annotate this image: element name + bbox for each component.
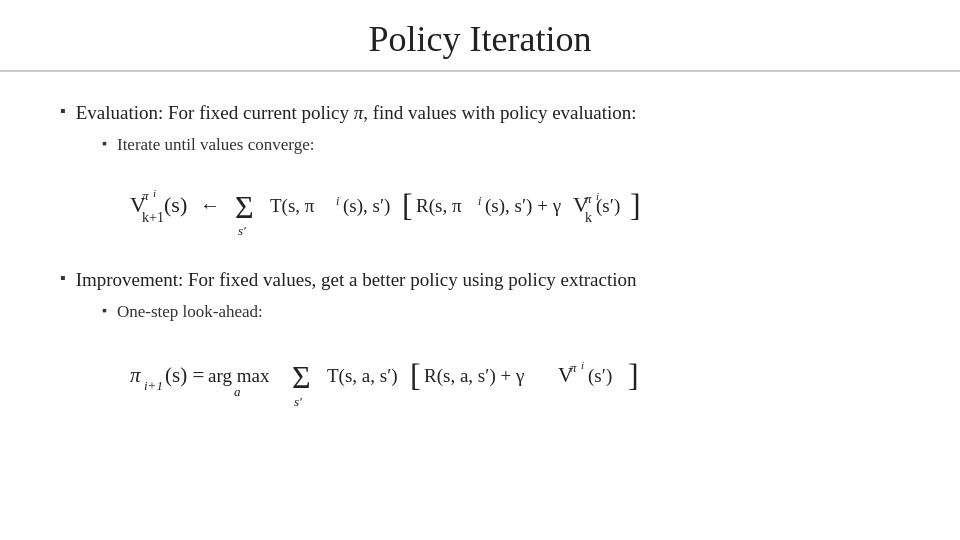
- improvement-bullet-icon: ▪: [60, 269, 66, 287]
- svg-text:(s), s′): (s), s′): [343, 195, 390, 217]
- slide-header: Policy Iteration: [0, 0, 960, 72]
- svg-text:T(s, π: T(s, π: [270, 195, 315, 217]
- svg-text:π: π: [130, 363, 141, 387]
- improvement-sub-bullet: ▪ One-step look-ahead:: [102, 300, 900, 324]
- svg-text:s′: s′: [294, 394, 302, 409]
- svg-text:i: i: [581, 359, 584, 371]
- improvement-formula: π i+1 (s) = arg max a Σ s′ T(s, a, s′) [: [120, 338, 900, 418]
- svg-text:T(s, a, s′): T(s, a, s′): [327, 365, 398, 387]
- svg-text:R(s, π: R(s, π: [416, 195, 462, 217]
- svg-text:a: a: [234, 384, 241, 399]
- svg-text:[: [: [402, 187, 413, 223]
- svg-text:i: i: [336, 194, 339, 208]
- svg-text:(s): (s): [164, 192, 187, 217]
- svg-text:π: π: [570, 360, 577, 375]
- evaluation-sub-bullet: ▪ Iterate until values converge:: [102, 133, 900, 157]
- svg-text:(s′): (s′): [596, 195, 620, 217]
- evaluation-formula: V k+1 π i (s) ← Σ s′ T(s, π i: [120, 170, 900, 245]
- evaluation-main-bullet: ▪ Evaluation: For fixed current policy π…: [60, 100, 900, 127]
- svg-text:i+1: i+1: [144, 378, 163, 393]
- slide-title: Policy Iteration: [369, 19, 592, 59]
- improvement-main-text: Improvement: For fixed values, get a bet…: [76, 267, 637, 294]
- svg-text:(s), s′) + γ: (s), s′) + γ: [485, 195, 561, 217]
- evaluation-sub-bullet-icon: ▪: [102, 136, 107, 152]
- slide-content: ▪ Evaluation: For fixed current policy π…: [0, 72, 960, 460]
- svg-text:π: π: [585, 191, 592, 206]
- evaluation-main-text: Evaluation: For fixed current policy π, …: [76, 100, 637, 127]
- svg-text:]: ]: [628, 357, 639, 393]
- svg-text:]: ]: [630, 187, 641, 223]
- slide: Policy Iteration ▪ Evaluation: For fixed…: [0, 0, 960, 540]
- svg-text:←: ←: [200, 194, 220, 216]
- svg-text:π: π: [142, 188, 149, 203]
- improvement-section: ▪ Improvement: For fixed values, get a b…: [60, 267, 900, 417]
- svg-text:R(s, a, s′) + γ: R(s, a, s′) + γ: [424, 365, 524, 387]
- svg-text:i: i: [153, 187, 156, 199]
- svg-text:s′: s′: [238, 223, 246, 238]
- evaluation-sub-text: Iterate until values converge:: [117, 133, 314, 157]
- improvement-sub-bullet-icon: ▪: [102, 303, 107, 319]
- svg-text:i: i: [478, 194, 481, 208]
- svg-text:Σ: Σ: [292, 359, 311, 395]
- svg-text:k+1: k+1: [142, 210, 164, 225]
- improvement-sub-text: One-step look-ahead:: [117, 300, 263, 324]
- svg-text:k: k: [585, 210, 592, 225]
- evaluation-section: ▪ Evaluation: For fixed current policy π…: [60, 100, 900, 245]
- svg-text:arg max: arg max: [208, 365, 270, 386]
- svg-text:[: [: [410, 357, 421, 393]
- improvement-main-bullet: ▪ Improvement: For fixed values, get a b…: [60, 267, 900, 294]
- svg-text:Σ: Σ: [235, 189, 254, 225]
- evaluation-bullet-icon: ▪: [60, 102, 66, 120]
- svg-text:(s) =: (s) =: [165, 363, 204, 387]
- svg-text:(s′): (s′): [588, 365, 612, 387]
